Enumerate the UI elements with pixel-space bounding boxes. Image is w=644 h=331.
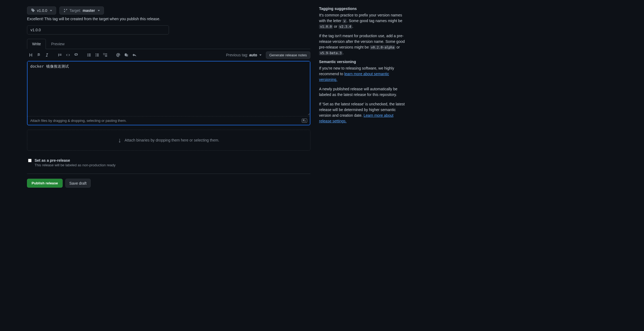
release-title-input[interactable] — [27, 25, 169, 35]
svg-point-2 — [87, 56, 88, 57]
release-body-editor: Attach files by dragging & dropping, sel… — [27, 61, 310, 125]
chevron-down-icon — [50, 10, 52, 11]
attach-files-hint[interactable]: Attach files by dragging & dropping, sel… — [28, 116, 310, 125]
markdown-toolbar: Previous tag: auto Generate release note… — [27, 49, 310, 61]
previous-tag-value: auto — [249, 53, 257, 57]
tab-preview[interactable]: Preview — [46, 39, 70, 49]
bold-icon[interactable] — [35, 51, 43, 59]
mention-icon[interactable] — [114, 51, 122, 59]
numbered-list-icon[interactable] — [93, 51, 101, 59]
bullet-list-icon[interactable] — [85, 51, 93, 59]
svg-rect-3 — [103, 53, 104, 54]
markdown-icon[interactable]: M↓ — [302, 119, 307, 123]
semantic-versioning-heading: Semantic versioning — [319, 60, 405, 64]
semver-p2: A newly published release will automatic… — [319, 86, 405, 98]
tagging-suggestions-p2: If the tag isn't meant for production us… — [319, 33, 405, 56]
attach-hint-text: Attach files by dragging & dropping, sel… — [30, 119, 127, 123]
save-draft-button[interactable]: Save draft — [65, 179, 91, 188]
italic-icon[interactable] — [43, 51, 51, 59]
semver-p3: If 'Set as the latest release' is unchec… — [319, 101, 405, 124]
link-icon[interactable] — [72, 51, 80, 59]
tag-selector[interactable]: v1.0.0 — [27, 6, 56, 15]
target-branch: master — [83, 8, 95, 13]
target-selector[interactable]: Target: master — [59, 6, 104, 15]
tagging-suggestions-heading: Tagging suggestions — [319, 6, 405, 11]
generate-release-notes-button[interactable]: Generate release notes — [266, 51, 310, 59]
pre-release-label: Set as a pre-release — [35, 158, 116, 163]
code-icon[interactable] — [64, 51, 72, 59]
pre-release-checkbox[interactable] — [28, 159, 32, 162]
binaries-dropzone[interactable]: ↓ Attach binaries by dropping them here … — [27, 130, 310, 151]
tag-status-text: Excellent! This tag will be created from… — [27, 17, 310, 21]
svg-point-0 — [87, 54, 88, 54]
tag-icon — [31, 8, 35, 13]
tab-write[interactable]: Write — [27, 39, 46, 49]
semver-p1: If you're new to releasing software, we … — [319, 65, 405, 82]
dropzone-text: Attach binaries by dropping them here or… — [125, 138, 219, 142]
chevron-down-icon — [259, 54, 262, 56]
release-body-textarea[interactable] — [28, 61, 310, 115]
tagging-suggestions-p1: It's common practice to prefix your vers… — [319, 12, 405, 29]
chevron-down-icon — [98, 10, 100, 11]
cross-reference-icon[interactable] — [123, 51, 130, 59]
target-label: Target: — [69, 8, 81, 13]
tag-selector-label: v1.0.0 — [37, 8, 47, 13]
svg-point-1 — [87, 55, 88, 56]
task-list-icon[interactable] — [101, 51, 109, 59]
reply-icon[interactable] — [131, 51, 138, 59]
editor-tabs: Write Preview — [27, 39, 310, 49]
git-branch-icon — [63, 8, 68, 13]
publish-release-button[interactable]: Publish release — [27, 179, 63, 188]
quote-icon[interactable] — [56, 51, 64, 59]
pre-release-desc: This release will be labeled as non-prod… — [35, 163, 116, 167]
arrow-down-icon: ↓ — [118, 136, 121, 144]
previous-tag-label: Previous tag: — [226, 53, 248, 57]
heading-icon[interactable] — [27, 51, 35, 59]
previous-tag-selector[interactable]: Previous tag: auto — [226, 53, 261, 57]
